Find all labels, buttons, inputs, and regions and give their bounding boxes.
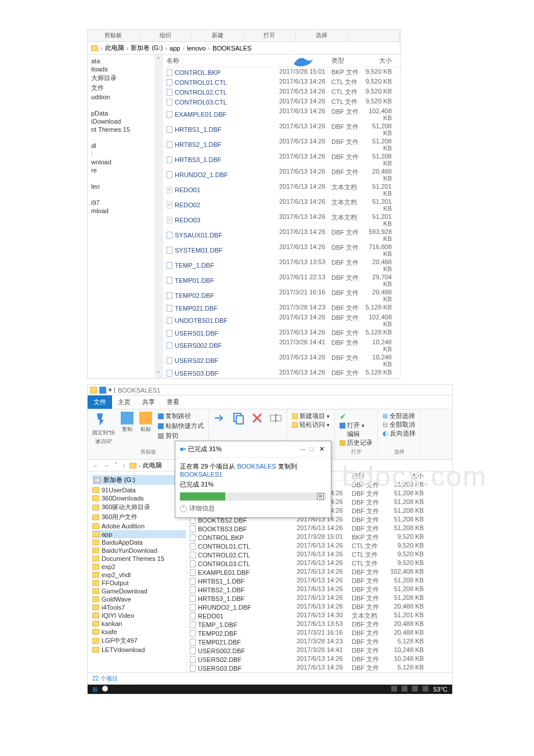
tray-icon[interactable]: [423, 686, 428, 692]
table-row[interactable]: SYSTEM01.DBF2017/6/13 14:26DBF 文件716,808…: [163, 243, 400, 258]
scroll-up-icon[interactable]: ˄: [154, 55, 163, 63]
nav-item[interactable]: [91, 190, 163, 199]
breadcrumb-item[interactable]: 新加卷 (G:): [131, 44, 163, 52]
table-row[interactable]: BOOKTBS3.DBF2017/6/13 14:26DBF 文件51,208 …: [186, 524, 452, 533]
tab-home[interactable]: 主页: [112, 395, 136, 409]
nav-item[interactable]: dl: [91, 142, 163, 150]
details-toggle[interactable]: ˅ 详细信息: [180, 504, 326, 513]
nav-item[interactable]: FFOutput: [92, 579, 186, 587]
scroll-down-icon[interactable]: ˅: [154, 369, 163, 377]
nav-item[interactable]: 360Downloads: [92, 494, 186, 502]
nav-tree[interactable]: atailoads大师目录文件udition pDataiDownloadnt …: [88, 55, 163, 378]
table-row[interactable]: TEMP_1.DBF2017/6/13 13:53DBF 文件20,488 KB: [186, 620, 452, 629]
nav-item[interactable]: ksafe: [92, 628, 186, 636]
table-row[interactable]: CONTROL02.CTL2017/6/13 14:26CTL 文件9,520 …: [163, 87, 400, 97]
nav-item[interactable]: [91, 174, 163, 182]
pause-button[interactable]: II: [317, 493, 324, 500]
table-row[interactable]: EXAMPLE01.DBF2017/6/13 14:26DBF 文件102,40…: [186, 568, 452, 577]
column-size[interactable]: 大小: [387, 471, 427, 480]
table-row[interactable]: CONTROL01.CTL2017/6/13 14:26CTL 文件9,520 …: [163, 77, 400, 87]
nav-item[interactable]: Document Themes 15: [92, 555, 186, 563]
open-button[interactable]: 打开 ▾: [340, 421, 373, 430]
nav-item[interactable]: 360用户文件: [92, 512, 186, 522]
table-row[interactable]: HRTBS3_1.DBF2017/6/13 14:26DBF 文件51,208 …: [163, 152, 400, 167]
drive-item[interactable]: 新加卷 (G:): [92, 475, 186, 485]
table-row[interactable]: HRUNDO2_1.DBF2017/6/13 14:26DBF 文件20,488…: [186, 603, 452, 611]
table-row[interactable]: USERS02.DBF2017/6/13 14:26DBF 文件10,248 K…: [163, 353, 400, 368]
table-row[interactable]: USERS03.DBF2017/6/13 14:26DBF 文件5,128 KB: [186, 664, 452, 672]
table-row[interactable]: REDO022017/6/13 14:26文本文档51,201 KB: [163, 197, 400, 213]
select-all-button[interactable]: ⊞ 全部选择: [383, 412, 416, 420]
table-row[interactable]: CONTROL03.CTL2017/6/13 14:26CTL 文件9,520 …: [163, 97, 400, 107]
table-row[interactable]: USERS03.DBF2017/6/13 14:26DBF 文件5,128 KB: [163, 368, 400, 378]
forward-button[interactable]: →: [102, 462, 111, 469]
nav-item[interactable]: udition: [91, 93, 163, 101]
nav-item[interactable]: 91UserData: [92, 486, 186, 494]
breadcrumb-bar[interactable]: › 此电脑 › 新加卷 (G:) › app › lenovo › BOOKSA…: [88, 42, 400, 55]
nav-item[interactable]: BaiduYunDownload: [92, 546, 186, 555]
table-row[interactable]: CONTROL.BKP2017/3/28 15:01BKP 文件9,520 KB: [186, 533, 452, 542]
column-size[interactable]: 大小: [363, 55, 395, 67]
rename-icon[interactable]: [269, 412, 282, 424]
close-button[interactable]: ✕: [317, 445, 326, 453]
breadcrumb-item[interactable]: lenovo: [187, 45, 205, 52]
nav-item[interactable]: pData: [91, 109, 163, 117]
table-row[interactable]: CONTROL02.CTL2017/6/13 14:26CTL 文件9,520 …: [186, 550, 452, 559]
nav-item[interactable]: exp2: [92, 563, 186, 571]
paste-shortcut-button[interactable]: 粘贴快捷方式: [158, 422, 204, 430]
nav-item[interactable]: LETVdownload: [92, 646, 186, 654]
tab-share[interactable]: 共享: [136, 395, 161, 409]
tray-icon[interactable]: [412, 686, 418, 692]
table-row[interactable]: SYSAUX01.DBF2017/6/13 14:26DBF 文件593,928…: [163, 228, 400, 243]
nav-item[interactable]: iloads: [91, 65, 163, 73]
table-row[interactable]: HRTBS1_1.DBF2017/6/13 14:26DBF 文件51,208 …: [186, 577, 452, 585]
nav-item[interactable]: :: [91, 150, 163, 158]
scrollbar[interactable]: ˄ ˅: [154, 55, 163, 378]
recent-button[interactable]: ˅: [113, 462, 119, 469]
table-row[interactable]: HRTBS1_1.DBF2017/6/13 14:26DBF 文件51,208 …: [163, 122, 400, 137]
table-row[interactable]: TEMP01.DBF2017/6/11 22:13DBF 文件29,704 KB: [163, 273, 400, 288]
table-row[interactable]: HRTBS2_1.DBF2017/6/13 14:26DBF 文件51,208 …: [163, 137, 400, 152]
nav-item[interactable]: [91, 134, 163, 142]
table-row[interactable]: TEMP_1.DBF2017/6/13 13:53DBF 文件20,488 KB: [163, 258, 400, 273]
taskbar[interactable]: ⊞ 53°C: [88, 685, 452, 694]
table-row[interactable]: USERS02.DBF2017/6/13 14:26DBF 文件10,248 K…: [186, 655, 452, 664]
table-row[interactable]: TEMP021.DBF2017/3/28 14:23DBF 文件5,128 KB: [186, 638, 452, 646]
minimize-button[interactable]: —: [300, 445, 306, 453]
breadcrumb-item[interactable]: 此电脑: [105, 44, 124, 52]
breadcrumb-item[interactable]: BOOKSALES: [212, 45, 251, 52]
table-row[interactable]: USERS002.DBF2017/3/28 14:41DBF 文件10,248 …: [163, 338, 400, 353]
pin-icon[interactable]: [92, 412, 107, 427]
nav-tree[interactable]: 新加卷 (G:) 91UserData360Downloads360驱动大师目录…: [88, 471, 186, 672]
invert-selection-button[interactable]: ◐ 反向选择: [383, 429, 416, 438]
nav-item[interactable]: IQIYI Video: [92, 611, 186, 620]
nav-item[interactable]: 360驱动大师目录: [92, 502, 186, 512]
nav-item[interactable]: BaiduAppData: [92, 538, 186, 546]
copy-to-icon[interactable]: [232, 412, 245, 424]
copy-icon[interactable]: [121, 412, 134, 424]
select-none-button[interactable]: ⊟ 全部取消: [383, 420, 416, 429]
table-row[interactable]: HRTBS2_1.DBF2017/6/13 14:26DBF 文件51,208 …: [186, 585, 452, 594]
table-row[interactable]: EXAMPLE01.DBF2017/6/13 14:26DBF 文件102,40…: [163, 107, 400, 122]
new-item-button[interactable]: 新建项目 ▾: [292, 412, 330, 420]
nav-item[interactable]: leo: [91, 182, 163, 190]
nav-item[interactable]: mload: [91, 207, 163, 215]
nav-item[interactable]: Adobe Audition: [92, 522, 186, 530]
nav-item[interactable]: GoldWave: [92, 595, 186, 603]
nav-item[interactable]: iDownload: [91, 117, 163, 125]
column-name[interactable]: 名称: [163, 55, 279, 67]
nav-item[interactable]: exp2_vhdl: [92, 571, 186, 579]
breadcrumb-item[interactable]: 此电脑: [143, 461, 162, 470]
column-type[interactable]: 类型: [331, 55, 363, 67]
nav-item[interactable]: kankan: [92, 620, 186, 628]
nav-item[interactable]: GameDownload: [92, 587, 186, 595]
breadcrumb-item[interactable]: app: [169, 45, 180, 52]
paste-icon[interactable]: [139, 412, 152, 424]
easy-access-button[interactable]: 轻松访问 ▾: [292, 420, 330, 429]
table-row[interactable]: USERS01.DBF2017/6/13 14:26DBF 文件5,128 KB: [163, 328, 400, 338]
tab-view[interactable]: 查看: [161, 395, 185, 409]
table-row[interactable]: USERS002.DBF2017/3/28 14:41DBF 文件10,248 …: [186, 646, 452, 655]
nav-item[interactable]: nt Themes 15: [91, 125, 163, 134]
column-type[interactable]: 类型: [352, 471, 387, 480]
nav-item[interactable]: ata: [91, 57, 163, 65]
